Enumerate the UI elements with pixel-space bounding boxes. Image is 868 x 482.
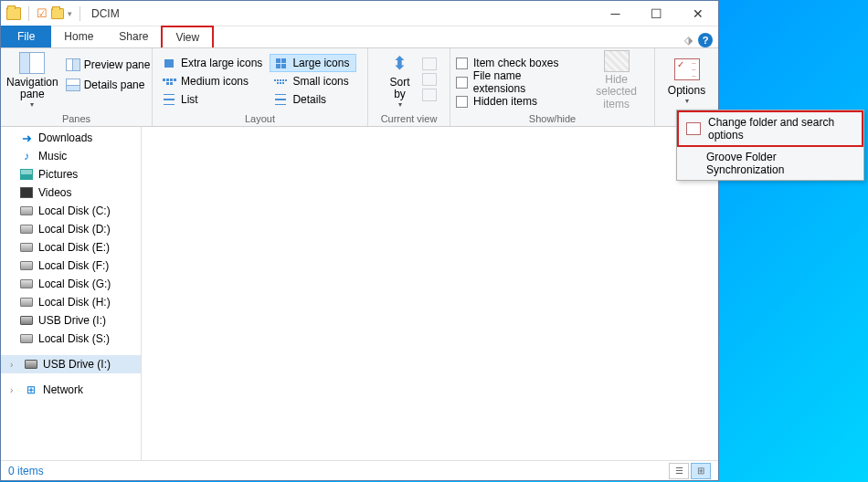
group-label-layout: Layout bbox=[158, 111, 362, 124]
network-icon: ⊞ bbox=[24, 383, 38, 396]
videos-icon bbox=[20, 187, 33, 198]
disk-icon bbox=[20, 334, 33, 343]
folder-content-pane[interactable] bbox=[142, 127, 718, 460]
view-details-toggle[interactable]: ☰ bbox=[669, 463, 689, 479]
qat-newfolder-icon[interactable] bbox=[51, 8, 64, 19]
disk-icon bbox=[20, 298, 33, 307]
layout-small[interactable]: Small icons bbox=[270, 72, 356, 90]
chevron-right-icon[interactable]: › bbox=[10, 385, 19, 395]
tree-videos[interactable]: Videos bbox=[1, 183, 141, 202]
tree-disk-c[interactable]: Local Disk (C:) bbox=[1, 202, 141, 220]
disk-icon bbox=[20, 261, 33, 270]
music-icon: ♪ bbox=[19, 150, 34, 162]
sort-icon: ⬍ bbox=[392, 52, 408, 74]
chevron-down-icon: ▾ bbox=[685, 97, 689, 105]
sortby-button[interactable]: ⬍ Sort by ▾ bbox=[382, 52, 418, 109]
minimize-button[interactable]: ─ bbox=[595, 1, 636, 26]
navigation-tree[interactable]: ➜Downloads ♪Music Pictures Videos Local … bbox=[1, 127, 142, 460]
chevron-down-icon: ▾ bbox=[398, 100, 402, 109]
group-label-showhide: Show/hide bbox=[456, 111, 649, 124]
usb-icon bbox=[25, 360, 37, 369]
options-button[interactable]: Options ▾ bbox=[665, 52, 709, 109]
status-itemcount: 0 items bbox=[8, 465, 669, 477]
details-pane-icon bbox=[66, 79, 80, 91]
hide-icon bbox=[604, 50, 630, 72]
navigation-pane-button[interactable]: Navigation pane ▾ bbox=[6, 52, 58, 109]
layout-large[interactable]: Large icons bbox=[270, 54, 356, 72]
tab-view[interactable]: View bbox=[161, 26, 214, 47]
explorer-window: ☑ ▾ DCIM ─ ☐ ✕ File Home Share View ⬗ ? … bbox=[0, 0, 719, 481]
hide-selected-button: Hide selected items bbox=[584, 52, 649, 109]
tree-usb-i[interactable]: USB Drive (I:) bbox=[1, 311, 141, 330]
help-icon[interactable]: ? bbox=[698, 33, 713, 47]
group-label-currentview: Current view bbox=[374, 111, 444, 124]
tree-disk-h[interactable]: Local Disk (H:) bbox=[1, 293, 141, 311]
preview-pane-button[interactable]: Preview pane bbox=[62, 56, 154, 74]
options-icon bbox=[686, 122, 701, 135]
disk-icon bbox=[20, 206, 33, 215]
window-title: DCIM bbox=[91, 7, 595, 20]
navigation-pane-icon bbox=[19, 52, 45, 74]
tab-file[interactable]: File bbox=[1, 26, 51, 47]
tab-share[interactable]: Share bbox=[106, 26, 161, 47]
chevron-down-icon: ▾ bbox=[30, 100, 34, 109]
tree-disk-e[interactable]: Local Disk (E:) bbox=[1, 238, 141, 257]
tree-disk-f[interactable]: Local Disk (F:) bbox=[1, 257, 141, 275]
layout-extralarge[interactable]: Extra large icons bbox=[158, 54, 270, 72]
groupby-button[interactable] bbox=[422, 58, 437, 70]
view-icons-toggle[interactable]: ⊞ bbox=[691, 463, 711, 479]
ribbon-tabs: File Home Share View ⬗ ? bbox=[1, 26, 718, 48]
download-icon: ➜ bbox=[19, 131, 34, 144]
usb-icon bbox=[20, 316, 33, 325]
app-icon bbox=[6, 7, 21, 20]
layout-medium[interactable]: Medium icons bbox=[158, 72, 270, 90]
titlebar: ☑ ▾ DCIM ─ ☐ ✕ bbox=[1, 1, 718, 26]
tree-pictures[interactable]: Pictures bbox=[1, 165, 141, 183]
tab-home[interactable]: Home bbox=[51, 26, 106, 47]
tree-usb-i-root[interactable]: ›USB Drive (I:) bbox=[1, 355, 141, 373]
statusbar: 0 items ☰ ⊞ bbox=[1, 460, 718, 480]
layout-details[interactable]: Details bbox=[270, 90, 356, 109]
separator bbox=[79, 6, 80, 21]
tree-network[interactable]: ›⊞Network bbox=[1, 381, 141, 399]
disk-icon bbox=[20, 279, 33, 288]
chevron-right-icon[interactable]: › bbox=[10, 360, 19, 370]
pictures-icon bbox=[20, 169, 33, 180]
tree-music[interactable]: ♪Music bbox=[1, 147, 141, 165]
maximize-button[interactable]: ☐ bbox=[636, 1, 677, 26]
tree-downloads[interactable]: ➜Downloads bbox=[1, 129, 141, 147]
qat-dropdown-icon[interactable]: ▾ bbox=[68, 9, 72, 18]
qat-properties-icon[interactable]: ☑ bbox=[37, 6, 48, 20]
close-button[interactable]: ✕ bbox=[677, 1, 718, 26]
details-pane-button[interactable]: Details pane bbox=[62, 76, 154, 94]
preview-pane-icon bbox=[66, 58, 80, 71]
layout-list[interactable]: List bbox=[158, 90, 270, 109]
options-dropdown-menu: Change folder and search options Groove … bbox=[676, 110, 864, 181]
separator bbox=[28, 6, 29, 21]
disk-icon bbox=[20, 243, 33, 252]
tree-disk-s[interactable]: Local Disk (S:) bbox=[1, 330, 141, 348]
menu-change-folder-options[interactable]: Change folder and search options bbox=[677, 110, 863, 147]
checkbox-hiddenitems[interactable]: Hidden items bbox=[456, 92, 575, 110]
addcolumns-button[interactable] bbox=[422, 73, 437, 86]
disk-icon bbox=[20, 225, 33, 234]
tree-disk-g[interactable]: Local Disk (G:) bbox=[1, 275, 141, 293]
ribbon: Navigation pane ▾ Preview pane Details p… bbox=[1, 48, 718, 127]
tree-disk-d[interactable]: Local Disk (D:) bbox=[1, 220, 141, 238]
menu-groove-sync[interactable]: Groove Folder Synchronization bbox=[677, 147, 863, 180]
options-icon bbox=[674, 58, 700, 80]
content-body: ➜Downloads ♪Music Pictures Videos Local … bbox=[1, 127, 718, 460]
checkbox-extensions[interactable]: File name extensions bbox=[456, 73, 575, 91]
minimize-ribbon-icon[interactable]: ⬗ bbox=[684, 34, 693, 47]
sizecolumns-button[interactable] bbox=[422, 89, 437, 101]
group-label-panes: Panes bbox=[6, 111, 146, 124]
